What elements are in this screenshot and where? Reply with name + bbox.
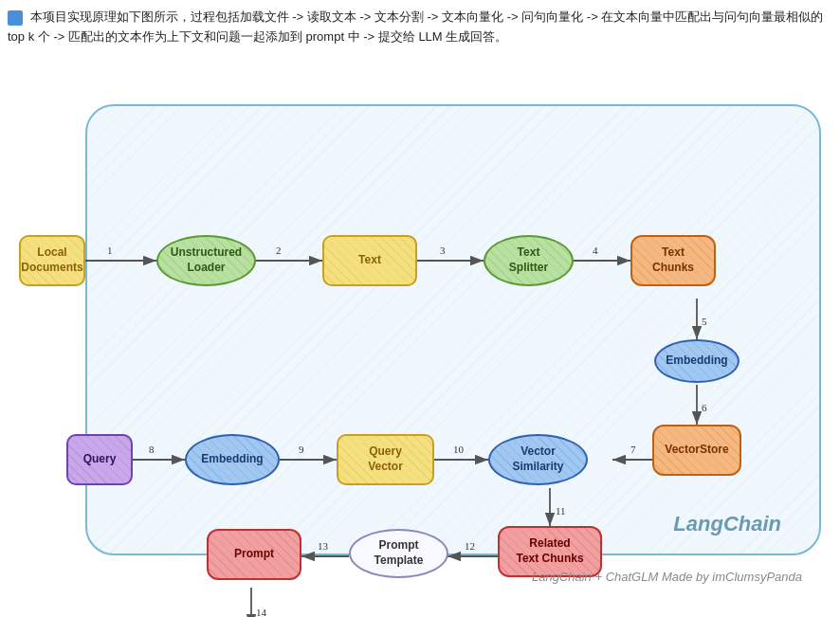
header-description: 本项目实现原理如下图所示，过程包括加载文件 -> 读取文本 -> 文本分割 ->…: [8, 8, 832, 47]
app-icon: [8, 10, 23, 26]
text-chunks-node: Text Chunks: [630, 235, 716, 286]
langchain-box: LangChain: [85, 104, 821, 555]
unstructured-loader-node: Unstructured Loader: [156, 235, 256, 286]
embedding-bottom-node: Embedding: [185, 434, 280, 485]
query-node: Query: [66, 434, 133, 485]
local-documents-node: Local Documents: [19, 235, 85, 286]
langchain-label: LangChain: [673, 512, 781, 536]
diagram-container: LangChain 1 2 3 4 5 6 7 8: [9, 95, 831, 608]
footer-text: LangChain + ChatGLM Made by imClumsyPand…: [532, 570, 802, 584]
query-vector-node: Query Vector: [337, 434, 434, 485]
text-node: Text: [322, 235, 417, 286]
vector-store-node: VectorStore: [652, 425, 741, 476]
text-splitter-node: Text Splitter: [484, 235, 574, 286]
vector-similarity-node: Vector Similarity: [488, 434, 588, 485]
svg-text:14: 14: [256, 607, 267, 617]
prompt-node: Prompt: [207, 529, 301, 580]
prompt-template-node: Prompt Template: [349, 529, 448, 578]
embedding-top-node: Embedding: [654, 339, 740, 383]
